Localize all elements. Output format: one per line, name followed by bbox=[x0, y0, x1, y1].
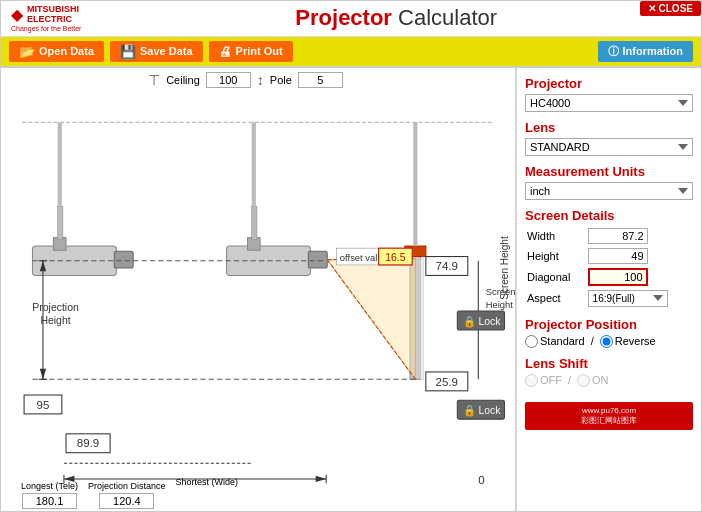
standard-radio-label[interactable]: Standard bbox=[525, 335, 585, 348]
width-row: Width bbox=[525, 226, 693, 246]
watermark-banner: www.pu76.com 彩图汇网站图库 bbox=[525, 402, 693, 430]
aspect-label: Aspect bbox=[525, 288, 586, 309]
brand-sub: ELECTRIC bbox=[27, 15, 79, 25]
svg-text:74.9: 74.9 bbox=[436, 260, 458, 272]
lens-shift-section-header: Lens Shift bbox=[525, 356, 693, 371]
projector-position-group: Standard / Reverse bbox=[525, 335, 693, 348]
title-calculator: Calculator bbox=[392, 5, 497, 30]
reverse-radio-label[interactable]: Reverse bbox=[600, 335, 656, 348]
aspect-select[interactable]: 16:9(Full) bbox=[588, 290, 668, 307]
measurement-section-header: Measurement Units bbox=[525, 164, 693, 179]
projector-section-header: Projector bbox=[525, 76, 693, 91]
toolbar: 📂 Open Data 💾 Save Data 🖨 Print Out ⓘ In… bbox=[1, 37, 701, 68]
lens-shift-on-radio[interactable] bbox=[577, 374, 590, 387]
ceiling-icon: ⊤ bbox=[148, 72, 160, 88]
width-input[interactable] bbox=[588, 228, 648, 244]
projection-distance-label: Projection Distance bbox=[88, 481, 166, 492]
shortest-wide-label: Shortest (Wide) bbox=[176, 477, 239, 488]
height-label: Height bbox=[525, 246, 586, 266]
svg-rect-14 bbox=[421, 258, 424, 379]
svg-text:Projection: Projection bbox=[32, 302, 79, 313]
print-out-button[interactable]: 🖨 Print Out bbox=[209, 41, 293, 62]
svg-text:🔒 Lock: 🔒 Lock bbox=[463, 404, 502, 417]
diagonal-row: Diagonal bbox=[525, 266, 693, 288]
logo: ◆ MITSUBISHI ELECTRIC Changes for the Be… bbox=[11, 5, 81, 32]
lens-shift-off-radio[interactable] bbox=[525, 374, 538, 387]
svg-rect-3 bbox=[58, 206, 63, 240]
save-data-button[interactable]: 💾 Save Data bbox=[110, 41, 203, 62]
pole-icon: ↕ bbox=[257, 72, 264, 88]
lens-shift-row: OFF / ON bbox=[525, 374, 693, 387]
logo-diamond: ◆ bbox=[11, 5, 23, 24]
longest-tele-group: Longest (Tele) bbox=[21, 481, 78, 509]
pole-input[interactable] bbox=[298, 72, 343, 88]
title-projector: Projector bbox=[295, 5, 392, 30]
lens-shift-off-text: OFF bbox=[540, 374, 562, 386]
svg-text:25.9: 25.9 bbox=[436, 375, 458, 387]
lens-select[interactable]: STANDARD bbox=[525, 138, 693, 156]
open-data-label: Open Data bbox=[39, 45, 94, 57]
page-title: Projector Calculator bbox=[101, 5, 691, 31]
save-data-label: Save Data bbox=[140, 45, 193, 57]
folder-icon: 📂 bbox=[19, 44, 35, 59]
separator: / bbox=[591, 335, 594, 347]
header: ◆ MITSUBISHI ELECTRIC Changes for the Be… bbox=[1, 1, 701, 37]
lens-shift-on-label[interactable]: ON bbox=[577, 374, 609, 387]
ceiling-label: Ceiling bbox=[166, 74, 200, 86]
right-panel: Projector HC4000 Lens STANDARD Measureme… bbox=[516, 68, 701, 511]
canvas-area: ⊤ Ceiling ↕ Pole Screen Height bbox=[1, 68, 516, 511]
svg-text:89.9: 89.9 bbox=[77, 437, 99, 449]
svg-rect-10 bbox=[308, 251, 327, 268]
shortest-placeholder bbox=[179, 489, 234, 509]
information-button[interactable]: ⓘ Information bbox=[598, 41, 693, 62]
svg-marker-24 bbox=[40, 369, 46, 379]
measurement-select-wrapper: inch bbox=[525, 182, 693, 200]
diagram-svg: Projection Height 95 89.9 offset valu bbox=[1, 90, 515, 511]
pole-label: Pole bbox=[270, 74, 292, 86]
information-label: ⓘ Information bbox=[608, 44, 683, 59]
screen-details-table: Width Height Diagonal Aspect 16:9(Full) bbox=[525, 226, 693, 309]
ceiling-input[interactable] bbox=[206, 72, 251, 88]
svg-text:16.5: 16.5 bbox=[385, 252, 406, 263]
main: ⊤ Ceiling ↕ Pole Screen Height bbox=[1, 68, 701, 511]
print-icon: 🖨 bbox=[219, 44, 232, 59]
aspect-row: Aspect 16:9(Full) bbox=[525, 288, 693, 309]
projection-distance-group: Projection Distance bbox=[88, 481, 166, 509]
svg-rect-5 bbox=[114, 251, 133, 268]
longest-tele-label: Longest (Tele) bbox=[21, 481, 78, 492]
save-icon: 💾 bbox=[120, 44, 136, 59]
height-input[interactable] bbox=[588, 248, 648, 264]
reverse-label: Reverse bbox=[615, 335, 656, 347]
diagonal-input[interactable] bbox=[588, 268, 648, 286]
svg-text:🔒 Lock: 🔒 Lock bbox=[463, 315, 502, 328]
height-row: Height bbox=[525, 246, 693, 266]
svg-text:Height: Height bbox=[40, 314, 70, 325]
ceiling-pole-row: ⊤ Ceiling ↕ Pole bbox=[1, 72, 490, 88]
lens-shift-on-text: ON bbox=[592, 374, 609, 386]
print-out-label: Print Out bbox=[236, 45, 283, 57]
lens-shift-separator: / bbox=[568, 374, 571, 386]
reverse-radio[interactable] bbox=[600, 335, 613, 348]
lens-section-header: Lens bbox=[525, 120, 693, 135]
longest-tele-input[interactable] bbox=[22, 493, 77, 509]
brand-tagline: Changes for the Better bbox=[11, 25, 81, 32]
svg-rect-8 bbox=[252, 206, 257, 240]
width-label: Width bbox=[525, 226, 586, 246]
standard-radio[interactable] bbox=[525, 335, 538, 348]
standard-label: Standard bbox=[540, 335, 585, 347]
open-data-button[interactable]: 📂 Open Data bbox=[9, 41, 104, 62]
close-button[interactable]: ✕ CLOSE bbox=[640, 1, 701, 16]
svg-text:Height: Height bbox=[486, 299, 514, 310]
app: ◆ MITSUBISHI ELECTRIC Changes for the Be… bbox=[0, 0, 702, 512]
diagonal-label: Diagonal bbox=[525, 266, 586, 288]
projector-select-wrapper: HC4000 bbox=[525, 94, 693, 112]
screen-details-section-header: Screen Details bbox=[525, 208, 693, 223]
projector-position-section-header: Projector Position bbox=[525, 317, 693, 332]
measurement-select[interactable]: inch bbox=[525, 182, 693, 200]
projection-distance-input[interactable] bbox=[99, 493, 154, 509]
svg-text:95: 95 bbox=[37, 398, 50, 410]
watermark-area: www.pu76.com 彩图汇网站图库 bbox=[525, 387, 693, 430]
lens-shift-off-label[interactable]: OFF bbox=[525, 374, 562, 387]
projector-select[interactable]: HC4000 bbox=[525, 94, 693, 112]
svg-text:Screen: Screen bbox=[486, 286, 515, 297]
